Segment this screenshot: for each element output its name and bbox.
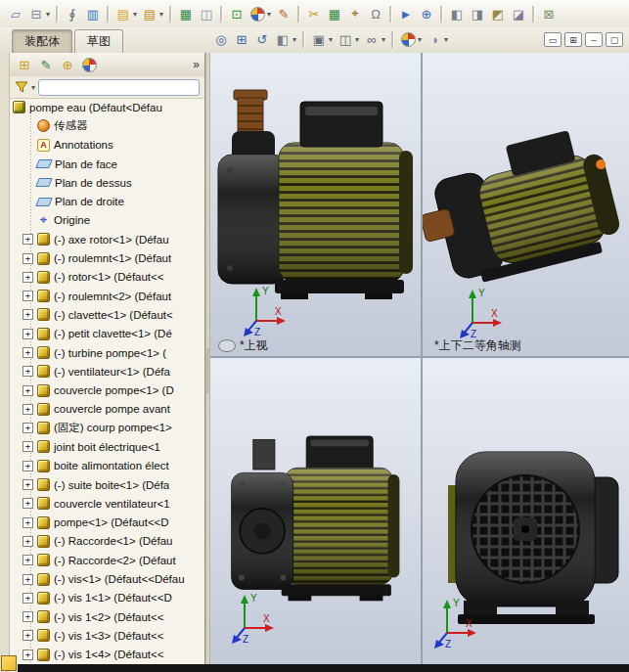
appearances-tab-icon[interactable]	[79, 55, 99, 74]
tree-item-roulemnt-2[interactable]: + (-) roulemnt<2> (Défaut	[10, 287, 204, 305]
tree-item-root-pompe-eau[interactable]: pompe eau (Défaut<Défau	[10, 98, 204, 116]
restore-window-icon[interactable]: ▢	[606, 32, 623, 47]
interference-check-icon[interactable]: ⊠	[539, 4, 559, 23]
view-orientation-icon[interactable]: ▣	[309, 29, 329, 49]
tree-item-vis1-2[interactable]: + (-) vis 1<2> (Défaut<<	[10, 607, 204, 626]
tree-item-courp-pompe-1[interactable]: + (固定) courp pompe<1>	[10, 419, 204, 437]
expand-toggle[interactable]: +	[22, 366, 33, 377]
expand-toggle[interactable]: +	[22, 479, 33, 490]
separator[interactable]	[169, 6, 172, 22]
tree-item-couvercle-ventilateur-1[interactable]: + couvercle ventilateur<1	[10, 494, 204, 513]
isometric-view-icon[interactable]: ◧	[447, 4, 467, 23]
tree-item-origine[interactable]: Origine	[10, 211, 204, 230]
tree-item-vis1-1[interactable]: + (-) vis 1<1> (Défaut<<D	[10, 589, 204, 607]
tree-item-boite-alimontation-elect[interactable]: + boite alimontation élect	[10, 457, 204, 475]
tree-item-vis1-3[interactable]: + (-) vis 1<3> (Défaut<<	[10, 626, 204, 645]
assembly-cube-icon[interactable]: ◩	[488, 4, 508, 23]
separator[interactable]	[220, 6, 223, 22]
separator[interactable]	[56, 6, 59, 22]
tree-item-clavette-1[interactable]: + (-) clavette<1> (Défaut<	[10, 305, 204, 324]
scene-icon[interactable]: ◑	[425, 29, 444, 49]
open-document-icon[interactable]: ▤	[140, 4, 159, 23]
expand-toggle[interactable]: +	[22, 309, 33, 320]
tree-item-vis-1[interactable]: + (-) vis<1> (Défaut<<Défau	[10, 569, 204, 588]
expand-toggle[interactable]: +	[22, 555, 33, 565]
tree-item-annotations[interactable]: Annotations	[10, 136, 204, 155]
edit-appearance-icon[interactable]	[398, 29, 418, 49]
featuremanager-tab-icon[interactable]: ⊞	[15, 55, 34, 74]
expand-toggle[interactable]: +	[22, 498, 33, 509]
scene-dropdown-icon[interactable]: ▾	[442, 29, 450, 49]
tree-item-axe-rotor-1[interactable]: + (-) axe rotor<1> (Défau	[10, 230, 204, 248]
tree-item-petit-clavette-1[interactable]: + (-) petit clavette<1> (Dé	[10, 325, 204, 343]
tree-item-suite-boite-1[interactable]: + (-) suite boite<1> (Défa	[10, 475, 204, 494]
expand-toggle[interactable]: +	[22, 347, 33, 358]
section-view-icon[interactable]: ◧	[273, 29, 292, 49]
expand-toggle[interactable]: +	[22, 593, 33, 604]
separator[interactable]	[302, 31, 305, 48]
tree-item-vis1-4[interactable]: + (-) vis 1<4> (Défaut<<	[10, 646, 204, 664]
expand-toggle[interactable]: +	[22, 272, 33, 283]
panel-overflow-chevron[interactable]: »	[193, 58, 200, 71]
expand-toggle[interactable]: +	[22, 611, 33, 622]
splitter-grip[interactable]	[206, 348, 209, 393]
design-table-icon[interactable]: ▦	[325, 4, 344, 23]
move-component-icon[interactable]: ⊕	[417, 4, 436, 23]
zoom-area-icon[interactable]: ⊞	[232, 29, 251, 49]
view-orientation-dropdown-icon[interactable]: ▾	[327, 29, 335, 49]
tree-item-turbine-pompe-1[interactable]: + (-) turbine pompe<1> (	[10, 343, 204, 362]
appearance-ball-icon[interactable]	[247, 4, 267, 23]
tree-item-raccorde-1[interactable]: + (-) Raccorde<1> (Défau	[10, 532, 204, 551]
open-document-dropdown-icon[interactable]: ▾	[157, 4, 165, 23]
tree-item-plan-de-dessus[interactable]: Plan de dessus	[10, 173, 204, 192]
viewport-bottom-right[interactable]: Y X Z	[423, 358, 629, 672]
tree-item-sensors[interactable]: 传感器	[10, 116, 204, 135]
separator[interactable]	[532, 6, 535, 22]
viewport-bottom-left[interactable]: Y X Z	[210, 358, 421, 672]
tree-item-pompe-1[interactable]: + pompe<1> (Défaut<<D	[10, 514, 204, 532]
tree-item-rotor-1[interactable]: + (-) rotor<1> (Défaut<<	[10, 268, 204, 287]
tab-sketch[interactable]: 草图	[74, 29, 123, 53]
display-style-dropdown-icon[interactable]: ▾	[353, 29, 361, 49]
tree-item-couvercle-pompe-1[interactable]: + couvercle pompe<1> (D	[10, 381, 204, 399]
tree-item-raccorde-2[interactable]: + (-) Raccorde<2> (Défaut	[10, 551, 204, 569]
appearance-dropdown-icon[interactable]: ▾	[265, 4, 273, 23]
tree-item-joint-boit-electrique-1[interactable]: + joint boit électrique<1	[10, 437, 204, 456]
tree-item-plan-de-face[interactable]: Plan de face	[10, 155, 204, 173]
expand-toggle[interactable]: +	[22, 536, 33, 547]
expand-toggle[interactable]: +	[22, 650, 33, 660]
section-view-icon[interactable]: ◨	[468, 4, 487, 23]
expand-toggle[interactable]: +	[22, 441, 33, 452]
expand-toggle[interactable]: +	[22, 574, 33, 585]
tree-item-roulemnt-1[interactable]: + (-) roulemnt<1> (Défaut	[10, 248, 204, 267]
column-chart-icon[interactable]: ▥	[83, 4, 103, 23]
tree-item-ventilateur-1[interactable]: + (-) ventilateur<1> (Défa	[10, 362, 204, 381]
zoom-fit-icon[interactable]: ◎	[211, 29, 231, 49]
open-folder-dropdown-icon[interactable]: ▾	[131, 4, 139, 23]
viewport-top-right[interactable]: Y X Z *上下二等角轴测	[423, 53, 629, 356]
new-document-icon[interactable]: ▱	[6, 4, 25, 23]
viewport-single-icon[interactable]: ▭	[544, 32, 562, 47]
separator[interactable]	[107, 6, 110, 22]
separator[interactable]	[389, 6, 392, 22]
viewport-top-left[interactable]: Y X Z *上视	[210, 53, 421, 356]
expand-toggle[interactable]: +	[22, 517, 33, 528]
select-arrow-icon[interactable]: ►	[396, 4, 416, 23]
tree-item-couvercle-pompe-avant[interactable]: + couvercle pompe avant	[10, 400, 204, 419]
viewport-split-icon[interactable]: ⊞	[564, 32, 582, 47]
mass-properties-icon[interactable]: Ω	[366, 4, 385, 23]
expand-toggle[interactable]: +	[22, 385, 33, 396]
taskpane-corner-icon[interactable]	[1, 655, 17, 671]
expand-toggle[interactable]: +	[22, 234, 33, 245]
configurationmanager-tab-icon[interactable]: ⊕	[58, 55, 77, 74]
section-dropdown-icon[interactable]: ▾	[291, 29, 298, 49]
expand-toggle[interactable]: +	[22, 291, 33, 301]
filter-input[interactable]	[38, 79, 200, 96]
expand-toggle[interactable]: +	[22, 329, 33, 339]
expand-toggle[interactable]: +	[22, 630, 33, 641]
window-panes-icon[interactable]: ◫	[197, 4, 216, 23]
tab-assembly[interactable]: 装配体	[12, 29, 72, 53]
expand-toggle[interactable]: +	[22, 253, 33, 264]
edit-sketch-icon[interactable]: ✎	[274, 4, 293, 23]
rebuild-icon[interactable]: ⊡	[227, 4, 247, 23]
